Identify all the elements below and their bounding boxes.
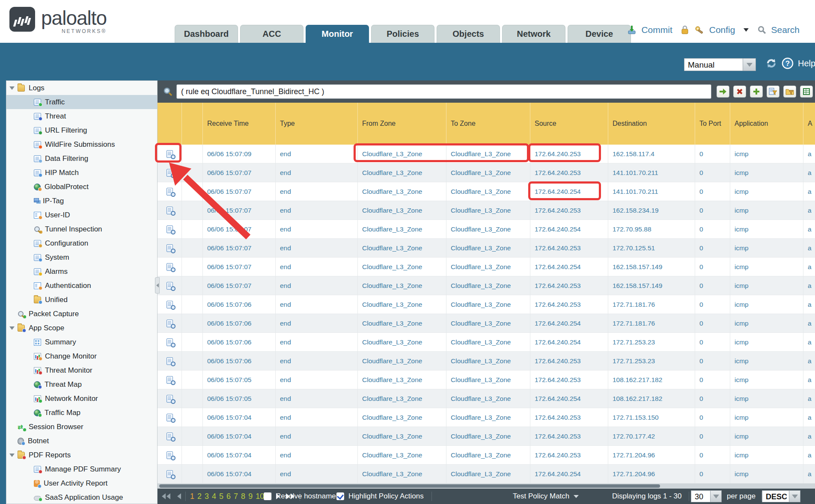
load-filter-button[interactable] [783,86,796,98]
sidebar-item-hip-match[interactable]: HIP Match [6,166,157,180]
page-number-3[interactable]: 3 [205,492,209,501]
sidebar-item-ip-tag[interactable]: IP-Tag [6,194,157,208]
first-page-button[interactable] [162,493,171,499]
cell-to-port[interactable]: 0 [695,314,730,333]
cell-type[interactable]: end [275,145,357,163]
clear-filter-button[interactable] [733,86,746,98]
cell-application[interactable]: icmp [730,276,803,295]
sidebar-item-traffic[interactable]: Traffic [6,95,157,109]
cell-from-zone[interactable]: Cloudflare_L3_Zone [357,389,446,408]
log-detail-magnifier-icon[interactable] [167,470,173,478]
cell-to-zone[interactable]: Cloudflare_L3_Zone [446,446,530,465]
cell-from-zone[interactable]: Cloudflare_L3_Zone [357,163,446,182]
cell-type[interactable]: end [275,163,357,182]
cell-action[interactable]: a [803,163,815,182]
cell-to-port[interactable]: 0 [695,163,730,182]
cell-source[interactable]: 172.64.240.254 [530,182,608,201]
cell-to-port[interactable]: 0 [695,371,730,389]
cell-destination[interactable]: 172.71.181.76 [608,295,695,314]
cell-time[interactable]: 06/06 15:07:07 [202,276,275,295]
cell-action[interactable]: a [803,446,815,465]
log-detail-magnifier-icon[interactable] [167,207,173,214]
log-detail-magnifier-icon[interactable] [167,263,173,271]
sidebar-item-network-monitor[interactable]: Network Monitor [6,391,157,406]
log-detail-magnifier-icon[interactable] [167,395,173,403]
resolve-hostname-checkbox[interactable] [264,492,271,500]
cell-from-zone[interactable]: Cloudflare_L3_Zone [357,333,446,352]
cell-from-zone[interactable]: Cloudflare_L3_Zone [357,145,446,163]
cell-source[interactable]: 172.64.240.253 [530,371,608,389]
cell-application[interactable]: icmp [730,427,803,446]
cell-type[interactable]: end [275,352,357,371]
cell-destination[interactable]: 172.70.177.42 [608,427,695,446]
config-dropdown-caret[interactable] [744,28,749,32]
sidebar-item-change-monitor[interactable]: Change Monitor [6,349,157,363]
cell-type[interactable]: end [275,314,357,333]
cell-source[interactable]: 172.64.240.253 [530,201,608,220]
cell-action[interactable]: a [803,427,815,446]
cell-application[interactable]: icmp [730,465,803,483]
sidebar-item-wildfire-submissions[interactable]: WildFire Submissions [6,137,157,151]
cell-action[interactable]: a [803,352,815,371]
cell-source[interactable]: 172.64.240.253 [530,446,608,465]
log-detail-magnifier-icon[interactable] [167,320,173,327]
cell-type[interactable]: end [275,295,357,314]
sidebar-item-tunnel-inspection[interactable]: Tunnel Inspection [6,222,157,236]
cell-destination[interactable]: 172.71.204.96 [608,446,695,465]
cell-to-zone[interactable]: Cloudflare_L3_Zone [446,276,530,295]
column-header-application[interactable]: Application [730,103,803,145]
log-detail-magnifier-icon[interactable] [167,225,173,233]
help-icon[interactable]: ? [782,57,794,69]
sidebar-item-packet-capture[interactable]: Packet Capture [6,307,157,321]
cell-from-zone[interactable]: Cloudflare_L3_Zone [357,276,446,295]
cell-to-port[interactable]: 0 [695,446,730,465]
column-header-a[interactable]: A [803,103,815,145]
page-number-8[interactable]: 8 [241,492,245,501]
cell-to-port[interactable]: 0 [695,427,730,446]
log-detail-magnifier-icon[interactable] [167,357,173,365]
scrollbar-thumb[interactable] [159,484,660,488]
cell-destination[interactable]: 172.71.204.96 [608,465,695,483]
expander-triangle-icon[interactable] [9,454,15,457]
cell-to-port[interactable]: 0 [695,258,730,276]
expander-triangle-icon[interactable] [9,86,15,90]
cell-action[interactable]: a [803,408,815,427]
sidebar-item-pdf-reports[interactable]: PDF Reports [6,448,157,462]
cell-source[interactable]: 172.64.240.254 [530,220,608,239]
cell-destination[interactable]: 162.158.157.149 [608,276,695,295]
cell-time[interactable]: 06/06 15:07:05 [202,371,275,389]
cell-to-port[interactable]: 0 [695,239,730,258]
page-number-4[interactable]: 4 [212,492,216,501]
cell-time[interactable]: 06/06 15:07:07 [202,258,275,276]
cell-to-zone[interactable]: Cloudflare_L3_Zone [446,220,530,239]
cell-action[interactable]: a [803,371,815,389]
refresh-mode-select[interactable]: Manual [684,58,756,71]
sidebar-item-authentication[interactable]: Authentication [6,279,157,293]
cell-source[interactable]: 172.64.240.254 [530,333,608,352]
cell-time[interactable]: 06/06 15:07:04 [202,446,275,465]
sidebar-item-user-activity-report[interactable]: User Activity Report [6,476,157,490]
cell-action[interactable]: a [803,389,815,408]
cell-action[interactable]: a [803,276,815,295]
cell-time[interactable]: 06/06 15:07:07 [202,201,275,220]
cell-type[interactable]: end [275,465,357,483]
tab-objects[interactable]: Objects [437,25,500,43]
sidebar-item-configuration[interactable]: Configuration [6,236,157,250]
log-detail-magnifier-icon[interactable] [167,150,173,158]
log-detail-magnifier-icon[interactable] [167,282,173,290]
cell-to-port[interactable]: 0 [695,276,730,295]
cell-action[interactable]: a [803,258,815,276]
cell-time[interactable]: 06/06 15:07:04 [202,427,275,446]
resolve-hostname-option[interactable]: Resolve hostname [264,489,336,504]
per-page-select[interactable]: 30 per page [691,489,766,504]
cell-type[interactable]: end [275,446,357,465]
cell-type[interactable]: end [275,371,357,389]
highlight-policy-checkbox[interactable] [336,492,344,500]
cell-source[interactable]: 172.64.240.253 [530,352,608,371]
cell-source[interactable]: 172.64.240.253 [530,408,608,427]
tab-policies[interactable]: Policies [371,25,434,43]
cell-application[interactable]: icmp [730,446,803,465]
cell-time[interactable]: 06/06 15:07:06 [202,333,275,352]
cell-time[interactable]: 06/06 15:07:04 [202,408,275,427]
cell-type[interactable]: end [275,182,357,201]
